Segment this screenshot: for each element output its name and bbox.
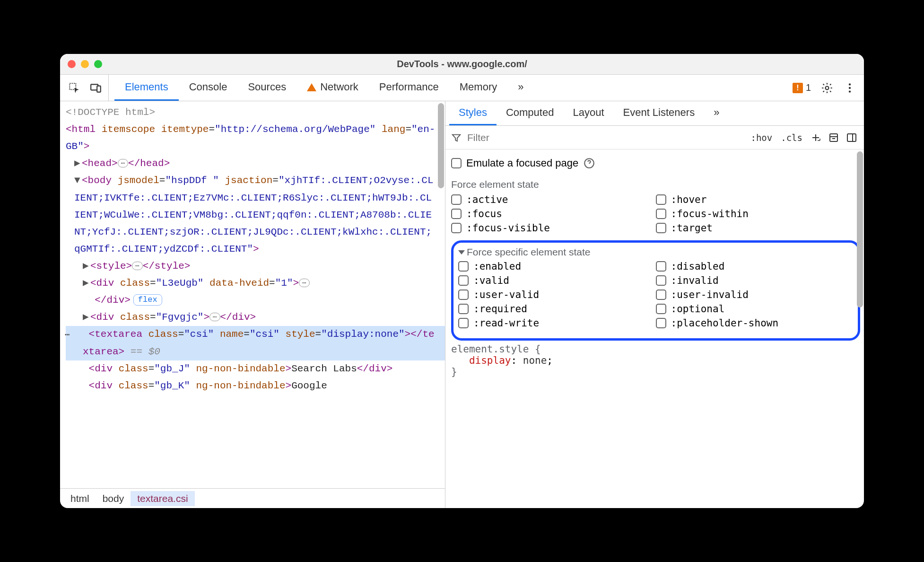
checkbox[interactable] [458,318,469,328]
dom-tree[interactable]: <!DOCTYPE html> <html itemscope itemtype… [60,101,445,488]
force-state-grid: :active :hover :focus :focus-within :foc… [451,193,860,238]
checkbox[interactable] [451,194,462,205]
div-gbk-row[interactable]: <div class="gb_K" ng-non-bindable>Google [66,378,445,395]
state-required[interactable]: :required [458,303,656,315]
subtab-layout[interactable]: Layout [563,101,613,125]
cls-toggle[interactable]: .cls [779,132,804,144]
ellipsis-icon[interactable]: ⋯ [209,313,220,321]
state-placeholder-shown[interactable]: :placeholder-shown [656,317,854,329]
div-fgvgjc-row[interactable]: ▶<div class="Fgvgjc">⋯</div> [66,309,445,326]
checkbox[interactable] [458,304,469,314]
ellipsis-icon[interactable]: ⋯ [299,279,309,287]
checkbox[interactable] [656,318,666,328]
checkbox[interactable] [458,290,469,300]
checkbox[interactable] [458,261,469,272]
force-specific-header[interactable]: Force specific element state [458,246,853,260]
help-icon[interactable] [583,157,595,169]
filter-icon [451,132,462,143]
checkbox[interactable] [451,223,462,233]
subtab-styles[interactable]: Styles [449,101,497,125]
css-prop[interactable]: display [469,355,511,366]
html-open-row[interactable]: <html itemscope itemtype="http://schema.… [66,121,445,155]
tab-performance[interactable]: Performance [369,75,449,101]
state-active[interactable]: :active [451,194,656,205]
toolbar-left [68,75,109,101]
styles-body: Emulate a focused page Force element sta… [445,149,864,508]
force-state-label: Force element state [451,176,860,193]
close-window-button[interactable] [68,60,76,68]
filter-input[interactable] [466,132,744,144]
tab-network[interactable]: Network [296,75,369,101]
warning-icon [307,83,316,91]
ellipsis-icon[interactable]: ⋯ [118,159,128,167]
checkbox[interactable] [656,209,666,219]
checkbox[interactable] [656,290,666,300]
zoom-window-button[interactable] [94,60,102,68]
crumb-html[interactable]: html [64,491,96,506]
state-disabled[interactable]: :disabled [656,261,854,272]
state-hover[interactable]: :hover [656,194,861,205]
head-row[interactable]: ▶<head>⋯</head> [66,155,445,172]
checkbox[interactable] [458,275,469,286]
ellipsis-icon[interactable]: ⋯ [132,262,142,270]
minimize-window-button[interactable] [81,60,89,68]
subtab-computed[interactable]: Computed [497,101,564,125]
state-target[interactable]: :target [656,222,861,234]
state-read-write[interactable]: :read-write [458,317,656,329]
state-focus-within[interactable]: :focus-within [656,208,861,220]
css-val[interactable]: none [523,355,547,366]
emulate-focused-row[interactable]: Emulate a focused page [451,153,860,176]
css-selector: element.style { [451,343,541,355]
inspect-element-icon[interactable] [68,81,81,95]
checkbox[interactable] [656,275,666,286]
elements-panel: <!DOCTYPE html> <html itemscope itemtype… [60,101,445,508]
tab-sources[interactable]: Sources [237,75,296,101]
tab-memory[interactable]: Memory [449,75,507,101]
subtabs-overflow[interactable]: » [704,101,729,125]
checkbox[interactable] [656,261,666,272]
state-optional[interactable]: :optional [656,303,854,315]
textarea-row-selected[interactable]: <textarea class="csi" name="csi" style="… [66,326,445,360]
dom-scrollbar[interactable] [438,103,444,188]
hov-toggle[interactable]: :hov [749,132,774,144]
flex-badge[interactable]: flex [133,294,162,306]
settings-button[interactable] [820,81,834,95]
checkbox[interactable] [451,209,462,219]
computed-styles-toggle-icon[interactable] [827,131,840,144]
emulate-focused-label: Emulate a focused page [466,157,578,169]
force-specific-grid: :enabled :disabled :valid :invalid :user… [458,260,853,334]
svg-point-3 [826,86,829,89]
styles-scrollbar[interactable] [857,151,863,307]
div-l3eugb-row[interactable]: ▶<div class="L3eUgb" data-hveid="1">⋯ </… [66,275,445,309]
traffic-lights [68,60,102,68]
checkbox[interactable] [656,223,666,233]
state-user-invalid[interactable]: :user-invalid [656,289,854,300]
state-focus-visible[interactable]: :focus-visible [451,222,656,234]
tabs-overflow[interactable]: » [507,75,534,101]
subtab-event-listeners[interactable]: Event Listeners [614,101,705,125]
div-gbj-row[interactable]: <div class="gb_J" ng-non-bindable>Search… [66,360,445,378]
crumb-body[interactable]: body [96,491,131,506]
emulate-focused-checkbox[interactable] [451,158,462,168]
state-focus[interactable]: :focus [451,208,656,220]
state-enabled[interactable]: :enabled [458,261,656,272]
kebab-menu-button[interactable] [843,81,856,95]
crumb-textarea[interactable]: textarea.csi [131,491,194,506]
checkbox[interactable] [656,304,666,314]
state-user-valid[interactable]: :user-valid [458,289,656,300]
style-row[interactable]: ▶<style>⋯</style> [66,258,445,275]
body-open-row[interactable]: ▼<body jsmodel="hspDDf " jsaction="xjhTI… [66,172,445,258]
checkbox[interactable] [656,194,666,205]
element-style-block[interactable]: element.style { display: none; } [451,341,860,378]
new-style-rule-button[interactable] [809,131,822,144]
state-invalid[interactable]: :invalid [656,275,854,286]
tab-elements[interactable]: Elements [114,75,179,101]
styles-panel: Styles Computed Layout Event Listeners »… [445,101,864,508]
toggle-sidebar-icon[interactable] [845,131,858,144]
state-valid[interactable]: :valid [458,275,656,286]
issues-icon: ! [793,83,803,93]
doctype-row[interactable]: <!DOCTYPE html> [66,104,445,121]
tab-console[interactable]: Console [179,75,238,101]
issues-counter[interactable]: ! 1 [793,82,811,93]
device-toolbar-icon[interactable] [89,81,103,95]
